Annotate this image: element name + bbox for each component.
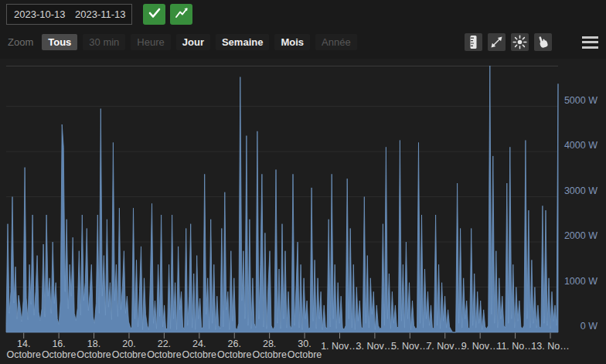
range-button-30-min: 30 min (83, 34, 125, 50)
svg-text:1000 W: 1000 W (564, 276, 597, 287)
svg-text:Octobre: Octobre (42, 349, 77, 360)
svg-text:20.: 20. (122, 338, 135, 349)
zoom-label: Zoom (8, 36, 33, 48)
svg-text:Octobre: Octobre (288, 349, 322, 360)
date-range-panel (6, 4, 132, 25)
svg-text:Octobre: Octobre (217, 349, 252, 360)
svg-text:14.: 14. (17, 338, 30, 349)
hamburger-menu-button[interactable] (582, 33, 598, 51)
svg-text:30.: 30. (298, 338, 311, 349)
svg-text:4000 W: 4000 W (564, 140, 597, 151)
check-icon (146, 5, 163, 24)
ruler-tool-button[interactable] (465, 33, 482, 51)
pan-hand-icon (534, 33, 552, 51)
tool-buttons (459, 33, 552, 51)
chart-section: 14.Octobre16.Octobre18.Octobre20.Octobre… (0, 59, 606, 364)
range-button-mois[interactable]: Mois (274, 34, 310, 50)
svg-text:3000 W: 3000 W (564, 185, 597, 196)
date-to-input[interactable] (68, 9, 129, 20)
svg-text:7. Nov…: 7. Nov… (426, 341, 464, 352)
chart-toolbar: Zoom Tous30 minHeureJourSemaineMoisAnnée (8, 33, 598, 51)
power-chart-svg[interactable]: 14.Octobre16.Octobre18.Octobre20.Octobre… (0, 59, 606, 364)
svg-text:16.: 16. (52, 338, 65, 349)
header-bar (6, 3, 600, 25)
range-button-heure: Heure (131, 34, 170, 50)
ruler-icon (465, 33, 482, 51)
chart-type-button[interactable] (170, 4, 192, 25)
svg-text:Octobre: Octobre (6, 349, 41, 360)
range-button-tous[interactable]: Tous (42, 34, 77, 50)
range-selector: Tous30 minHeureJourSemaineMoisAnnée (42, 34, 362, 50)
svg-text:5. Nov…: 5. Nov… (391, 341, 429, 352)
range-button-semaine[interactable]: Semaine (216, 34, 269, 50)
svg-text:Octobre: Octobre (182, 349, 217, 360)
svg-text:0 W: 0 W (580, 321, 597, 332)
svg-text:26.: 26. (228, 338, 241, 349)
range-button-annee: Année (315, 34, 357, 50)
svg-text:13. No…: 13. No… (531, 341, 569, 352)
svg-text:9. Nov…: 9. Nov… (461, 341, 499, 352)
brightness-tool-button[interactable] (511, 33, 529, 51)
x-axis-labels: 14.Octobre16.Octobre18.Octobre20.Octobre… (6, 333, 569, 361)
svg-text:28.: 28. (263, 338, 276, 349)
svg-text:11. No…: 11. No… (496, 341, 533, 352)
trend-line-icon (173, 5, 190, 24)
y-axis-labels: 0 W1000 W2000 W3000 W4000 W5000 W (564, 95, 597, 332)
series-area (6, 66, 558, 332)
pan-hand-tool-button[interactable] (534, 33, 552, 51)
compress-icon (488, 33, 506, 51)
power-series-path (6, 66, 558, 332)
svg-text:Octobre: Octobre (147, 349, 182, 360)
svg-text:Octobre: Octobre (77, 349, 111, 360)
hamburger-icon (582, 36, 598, 39)
svg-text:1. Nov…: 1. Nov… (321, 341, 359, 352)
range-button-jour[interactable]: Jour (176, 34, 210, 50)
svg-text:3. Nov…: 3. Nov… (356, 341, 394, 352)
compress-tool-button[interactable] (488, 33, 506, 51)
svg-text:5000 W: 5000 W (564, 95, 597, 106)
svg-text:Octobre: Octobre (112, 349, 147, 360)
date-from-input[interactable] (7, 9, 68, 20)
svg-text:24.: 24. (192, 338, 206, 349)
svg-text:2000 W: 2000 W (564, 230, 597, 241)
svg-text:22.: 22. (158, 338, 171, 349)
svg-text:18.: 18. (87, 338, 100, 349)
apply-date-range-button[interactable] (143, 4, 165, 25)
brightness-icon (511, 33, 529, 51)
svg-text:Octobre: Octobre (252, 349, 287, 360)
